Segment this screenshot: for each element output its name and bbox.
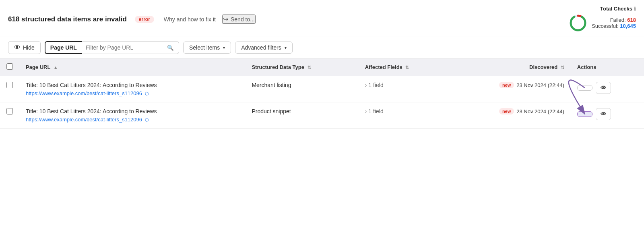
- advanced-filters-button[interactable]: Advanced filters ▾: [235, 42, 293, 54]
- table-container: Page URL ▲ Structured Data Type ⇅ Affect…: [0, 58, 644, 129]
- code-view-button[interactable]: [577, 111, 592, 117]
- preview-button[interactable]: 👁: [596, 82, 611, 94]
- table-row: Title: 10 Best Cat Litters 2024: Accordi…: [0, 76, 644, 102]
- search-button[interactable]: 🔍: [162, 41, 179, 54]
- table-header-row: Page URL ▲ Structured Data Type ⇅ Affect…: [0, 58, 644, 76]
- row-actions-cell: 👁: [571, 102, 644, 129]
- row-title: Title: 10 Best Cat Litters 2024: Accordi…: [26, 108, 239, 114]
- expand-caret-icon[interactable]: ›: [365, 108, 367, 114]
- discovered-date: 23 Nov 2024 (22:44): [516, 108, 564, 114]
- error-badge: error: [135, 16, 154, 23]
- row-actions-cell: 👁: [571, 76, 644, 102]
- new-badge: new: [499, 108, 514, 114]
- new-badge: new: [499, 82, 514, 88]
- table-row: Title: 10 Best Cat Litters 2024: Accordi…: [0, 102, 644, 129]
- external-link-icon: ⬡: [145, 91, 149, 96]
- col-structured-data-type[interactable]: Structured Data Type ⇅: [245, 58, 358, 76]
- sort-icon-discovered: ⇅: [561, 65, 564, 70]
- row-structured-data-type: Merchant listing: [245, 76, 358, 102]
- discovered-date: 23 Nov 2024 (22:44): [516, 82, 564, 88]
- filter-bar: 👁 Hide Page URL 🔍 Select items ▾ Advance…: [0, 37, 644, 58]
- select-items-button[interactable]: Select items ▾: [183, 42, 231, 54]
- preview-button[interactable]: 👁: [596, 108, 611, 120]
- chevron-down-icon: ▾: [285, 46, 287, 50]
- select-all-col: [0, 58, 19, 76]
- col-page-url[interactable]: Page URL ▲: [19, 58, 245, 76]
- select-all-checkbox[interactable]: [6, 63, 13, 70]
- page-url-input[interactable]: [82, 41, 162, 54]
- col-affected-fields[interactable]: Affected Fields ⇅: [359, 58, 448, 76]
- sort-icon-page-url: ▲: [54, 65, 58, 70]
- row-discovered-cell: new 23 Nov 2024 (22:44): [448, 76, 571, 102]
- row-checkbox[interactable]: [6, 108, 13, 114]
- row-structured-data-type: Product snippet: [245, 102, 358, 129]
- fix-link[interactable]: Why and how to fix it: [164, 16, 216, 23]
- total-checks-label: Total Checks: [600, 6, 632, 12]
- page-url-label: Page URL: [45, 41, 82, 54]
- row-checkbox-cell: [0, 102, 19, 129]
- row-page-url-cell: Title: 10 Best Cat Litters 2024: Accordi…: [19, 102, 245, 129]
- external-link-icon: ⬡: [145, 117, 149, 122]
- svg-point-2: [571, 16, 585, 30]
- top-bar: 618 structured data items are invalid er…: [0, 0, 644, 37]
- donut-chart: [568, 13, 588, 33]
- eye-icon: 👁: [14, 44, 21, 51]
- total-checks-panel: Total Checks ℹ Failed: 618 Successful: 1…: [568, 6, 636, 33]
- row-checkbox[interactable]: [6, 82, 13, 88]
- chevron-down-icon: ▾: [223, 46, 225, 50]
- sort-icon-affected-fields: ⇅: [405, 65, 409, 70]
- row-page-url-cell: Title: 10 Best Cat Litters 2024: Accordi…: [19, 76, 245, 102]
- col-actions: Actions: [571, 58, 644, 76]
- data-table: Page URL ▲ Structured Data Type ⇅ Affect…: [0, 58, 644, 129]
- row-checkbox-cell: [0, 76, 19, 102]
- send-button[interactable]: Send to...: [222, 15, 256, 24]
- checks-text: Failed: 618 Successful: 10,645: [592, 17, 636, 29]
- field-count: 1 field: [368, 108, 383, 114]
- row-discovered-cell: new 23 Nov 2024 (22:44): [448, 102, 571, 129]
- failed-count: Failed: 618: [592, 17, 636, 23]
- row-url-link[interactable]: https://www.example.com/best/cat-litters…: [26, 117, 149, 123]
- row-title: Title: 10 Best Cat Litters 2024: Accordi…: [26, 82, 239, 88]
- row-affected-fields: › 1 field: [359, 102, 448, 129]
- info-icon: ℹ: [634, 6, 636, 12]
- col-discovered[interactable]: Discovered ⇅: [448, 58, 571, 76]
- row-url-link[interactable]: https://www.example.com/best/cat-litters…: [26, 90, 149, 96]
- code-view-button[interactable]: [577, 85, 592, 91]
- expand-caret-icon[interactable]: ›: [365, 82, 367, 88]
- sort-icon-structured-data-type: ⇅: [308, 65, 311, 70]
- eye-icon: 👁: [601, 85, 606, 91]
- success-count: Successful: 10,645: [592, 23, 636, 29]
- eye-icon: 👁: [601, 111, 606, 117]
- hide-button[interactable]: 👁 Hide: [8, 41, 41, 54]
- field-count: 1 field: [368, 82, 383, 88]
- page-title: 618 structured data items are invalid: [8, 15, 127, 23]
- search-icon: 🔍: [167, 45, 174, 51]
- url-filter-group: Page URL 🔍: [45, 41, 179, 54]
- row-affected-fields: › 1 field: [359, 76, 448, 102]
